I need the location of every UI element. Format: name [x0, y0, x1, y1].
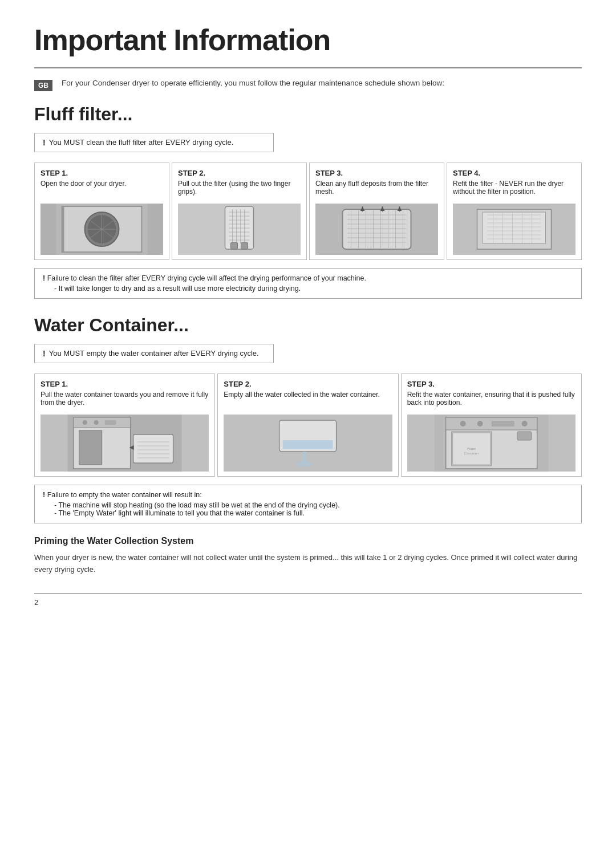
- svg-rect-68: [105, 420, 116, 425]
- water-step-2: STEP 2. Empty all the water collected in…: [217, 373, 398, 477]
- top-rule: [34, 67, 582, 68]
- water-step-1-label: STEP 1.: [40, 380, 209, 388]
- fluff-filter-title: Fluff filter...: [34, 104, 582, 125]
- fluff-info-text: Failure to clean the filter after EVERY …: [47, 274, 366, 282]
- fluff-step-1: STEP 1. Open the door of your dryer.: [34, 163, 169, 260]
- fluff-step-1-label: STEP 1.: [40, 169, 163, 177]
- fluff-step-3-image: [315, 204, 438, 255]
- fluff-step-4-label: STEP 4.: [453, 169, 576, 177]
- fluff-step-4-desc: Refit the filter - NEVER run the dryer w…: [453, 180, 576, 199]
- svg-point-86: [477, 421, 483, 427]
- svg-rect-70: [133, 434, 173, 463]
- svg-point-85: [460, 421, 465, 427]
- water-info-line1: ! Failure to empty the water container w…: [43, 491, 573, 499]
- fluff-step-3-desc: Clean any fluff deposits from the filter…: [315, 180, 438, 199]
- water-container-title: Water Container...: [34, 315, 582, 336]
- fluff-info-bullet-1: It will take longer to dry and as a resu…: [54, 285, 573, 293]
- water-step-2-image: [224, 415, 392, 472]
- water-step-3-desc: Refit the water container, ensuring that…: [407, 391, 576, 410]
- page-number: 2: [34, 598, 582, 607]
- main-title: Important Information: [34, 23, 582, 57]
- intro-text: For your Condenser dryer to operate effi…: [62, 79, 444, 87]
- fluff-step-1-desc: Open the door of your dryer.: [40, 180, 163, 199]
- svg-point-67: [94, 420, 99, 425]
- water-info-bullet-1: The machine will stop heating (so the lo…: [54, 501, 573, 509]
- warning-exclaim: !: [43, 138, 46, 147]
- fluff-filter-warning-text: You MUST clean the fluff filter after EV…: [49, 138, 234, 147]
- svg-rect-65: [74, 417, 131, 428]
- fluff-step-2-image: [178, 204, 301, 255]
- fluff-filter-info-box: ! Failure to clean the filter after EVER…: [34, 268, 582, 299]
- svg-rect-87: [491, 421, 514, 427]
- svg-rect-89: [517, 432, 531, 440]
- fluff-step-2-label: STEP 2.: [178, 169, 301, 177]
- fluff-filter-warning: ! You MUST clean the fluff filter after …: [34, 133, 274, 152]
- fluff-step-4-image: [453, 204, 576, 255]
- water-step-1-desc: Pull the water container towards you and…: [40, 391, 209, 410]
- water-step-1-image: [40, 415, 209, 472]
- water-info-bullets: The machine will stop heating (so the lo…: [43, 501, 573, 517]
- info-exclaim: !: [43, 274, 45, 282]
- svg-rect-26: [343, 209, 411, 249]
- water-container-section: Water Container... ! You MUST empty the …: [34, 315, 582, 576]
- fluff-step-1-image: [40, 204, 163, 255]
- water-step-3: STEP 3. Refit the water container, ensur…: [401, 373, 582, 477]
- water-container-steps: STEP 1. Pull the water container towards…: [34, 373, 582, 477]
- water-container-warning: ! You MUST empty the water container aft…: [34, 344, 274, 363]
- fluff-step-2: STEP 2. Pull out the filter (using the t…: [172, 163, 307, 260]
- water-step-1: STEP 1. Pull the water container towards…: [34, 373, 215, 477]
- priming-text: When your dryer is new, the water contai…: [34, 552, 582, 576]
- fluff-filter-section: Fluff filter... ! You MUST clean the flu…: [34, 104, 582, 299]
- fluff-step-3: STEP 3. Clean any fluff deposits from th…: [309, 163, 444, 260]
- svg-point-81: [297, 461, 313, 467]
- water-info-text: Failure to empty the water container wil…: [47, 491, 202, 499]
- page-container: Important Information GB For your Conden…: [0, 0, 616, 629]
- water-step-3-label: STEP 3.: [407, 380, 576, 388]
- fluff-filter-steps: STEP 1. Open the door of your dryer.: [34, 163, 582, 260]
- water-step-2-desc: Empty all the water collected in the wat…: [224, 391, 392, 410]
- svg-rect-24: [241, 242, 248, 249]
- water-container-info-box: ! Failure to empty the water container w…: [34, 485, 582, 523]
- svg-text:Water: Water: [467, 447, 476, 450]
- svg-point-66: [83, 420, 87, 425]
- fluff-step-2-desc: Pull out the filter (using the two finge…: [178, 180, 301, 199]
- water-step-2-label: STEP 2.: [224, 380, 392, 388]
- svg-rect-79: [283, 440, 333, 449]
- fluff-step-3-label: STEP 3.: [315, 169, 438, 177]
- intro-row: GB For your Condenser dryer to operate e…: [34, 79, 582, 91]
- svg-point-88: [521, 421, 527, 427]
- svg-rect-69: [79, 430, 102, 465]
- water-info-bullet-2: The 'Empty Water' light will illuminate …: [54, 509, 573, 517]
- bottom-rule: [34, 593, 582, 594]
- svg-rect-10: [225, 206, 254, 249]
- gb-badge: GB: [34, 80, 52, 91]
- svg-text:Container: Container: [464, 452, 479, 455]
- priming-title: Priming the Water Collection System: [34, 536, 582, 546]
- svg-rect-23: [231, 242, 238, 249]
- water-step-3-image: Water Container: [407, 415, 576, 472]
- svg-rect-8: [62, 206, 64, 252]
- fluff-step-4: STEP 4. Refit the filter - NEVER run the…: [447, 163, 582, 260]
- water-container-warning-text: You MUST empty the water container after…: [49, 349, 259, 358]
- water-warning-exclaim: !: [43, 349, 46, 358]
- fluff-info-line1: ! Failure to clean the filter after EVER…: [43, 274, 573, 282]
- water-info-exclaim: !: [43, 491, 45, 499]
- fluff-info-bullets: It will take longer to dry and as a resu…: [43, 285, 573, 293]
